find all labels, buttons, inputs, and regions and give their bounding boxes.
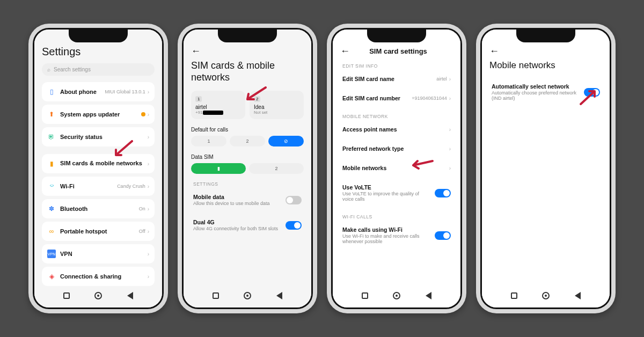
auto-network-toggle[interactable] xyxy=(584,88,600,97)
phone-icon: ▯ xyxy=(47,87,56,96)
label: Edit SIM card name xyxy=(342,76,432,82)
row-vpn[interactable]: VPN VPN › xyxy=(42,244,155,263)
sublabel: Allow this device to use mobile data xyxy=(193,201,281,206)
back-button[interactable]: ← xyxy=(489,46,602,57)
sim-name: Idea xyxy=(254,104,299,110)
hotspot-icon: ∞ xyxy=(47,227,56,236)
nav-recent[interactable] xyxy=(361,292,369,299)
default-calls-selector: 1 2 ⊘ xyxy=(191,136,304,146)
dual-4g-toggle[interactable] xyxy=(286,221,302,230)
vpn-icon: VPN xyxy=(47,250,56,258)
label: Connection & sharing xyxy=(60,273,143,280)
redacted-number: 00000 xyxy=(203,111,223,115)
nav-home[interactable] xyxy=(393,292,400,299)
nav-home[interactable] xyxy=(244,292,251,299)
nav-home[interactable] xyxy=(542,292,550,299)
chevron-right-icon: › xyxy=(449,127,451,133)
row-dual-4g[interactable]: Dual 4G Allow 4G connectivity for both S… xyxy=(191,214,304,236)
page-title: SIM cards & mobile networks xyxy=(191,60,304,83)
sim-index: 2 xyxy=(254,96,260,102)
sim2-tile[interactable]: 2 Idea Not set xyxy=(250,91,304,119)
phone-sim-networks: ← SIM cards & mobile networks 1 airtel +… xyxy=(178,24,317,313)
section-header: SETTINGS xyxy=(193,181,302,187)
nav-back[interactable] xyxy=(126,292,134,299)
bluetooth-icon: ✽ xyxy=(47,204,56,213)
sim-status: Not set xyxy=(254,110,299,115)
page-title: SIM card settings xyxy=(356,47,440,55)
row-apn[interactable]: Access point names › xyxy=(340,121,453,137)
row-edit-sim-number[interactable]: Edit SIM card number +919040631044› xyxy=(340,90,453,106)
label: Use VoLTE xyxy=(342,184,430,191)
label: Security status xyxy=(60,134,143,140)
row-security[interactable]: ⛨ Security status › xyxy=(42,127,155,146)
chevron-right-icon: › xyxy=(148,112,149,118)
row-hotspot[interactable]: ∞ Portable hotspot Off› xyxy=(42,222,155,241)
search-icon: ⌕ xyxy=(47,67,50,72)
phone-settings: Settings ⌕ Search settings ▯ About phone… xyxy=(28,24,168,313)
seg-data-sim2[interactable]: 2 xyxy=(249,163,304,174)
value: +919040631044 xyxy=(412,96,447,101)
section-data: Data SIM xyxy=(191,154,304,160)
chevron-right-icon: › xyxy=(148,229,149,235)
nav-recent[interactable] xyxy=(63,292,70,299)
android-navbar xyxy=(333,288,460,303)
phone-mobile-networks: ← Mobile networks Automatically select n… xyxy=(476,24,616,313)
label: System apps updater xyxy=(60,111,137,118)
nav-back[interactable] xyxy=(425,292,432,299)
row-edit-sim-name[interactable]: Edit SIM card name airtel› xyxy=(340,71,453,87)
wifi-calling-toggle[interactable] xyxy=(435,231,451,240)
sim-name: airtel xyxy=(195,104,241,110)
update-icon: ⬆ xyxy=(47,110,56,119)
row-volte[interactable]: Use VoLTE Use VoLTE to improve the quali… xyxy=(340,179,453,207)
row-wifi-calling[interactable]: Make calls using Wi-Fi Use Wi-Fi to make… xyxy=(340,222,453,249)
section-calls: Default for calls xyxy=(191,127,304,133)
row-system-updater[interactable]: ⬆ System apps updater › xyxy=(42,105,155,124)
row-preferred-network[interactable]: Preferred network type › xyxy=(340,141,453,157)
search-placeholder: Search settings xyxy=(54,67,91,72)
label: VPN xyxy=(60,251,143,257)
volte-toggle[interactable] xyxy=(435,189,451,197)
row-about-phone[interactable]: ▯ About phone MIUI Global 13.0.1› xyxy=(42,82,155,101)
value: Candy Crush xyxy=(117,184,145,189)
row-bluetooth[interactable]: ✽ Bluetooth On› xyxy=(42,199,155,218)
sublabel: Use Wi-Fi to make and receive calls when… xyxy=(342,233,430,244)
search-input[interactable]: ⌕ Search settings xyxy=(42,63,155,76)
sim1-tile[interactable]: 1 airtel +9100000 xyxy=(191,91,245,119)
chevron-right-icon: › xyxy=(449,76,451,82)
back-button[interactable]: ← xyxy=(191,46,304,57)
mobile-data-toggle[interactable] xyxy=(286,196,302,204)
seg-ask[interactable]: ⊘ xyxy=(268,136,304,146)
row-auto-select-network[interactable]: Automatically select network Automatical… xyxy=(489,78,602,106)
sublabel: Allow 4G connectivity for both SIM slots xyxy=(193,226,281,231)
seg-sim2[interactable]: 2 xyxy=(230,136,265,146)
notch xyxy=(69,30,128,42)
nav-back[interactable] xyxy=(574,292,581,299)
chevron-right-icon: › xyxy=(148,89,149,95)
wifi-icon: ⌔ xyxy=(47,182,56,191)
sim-number-prefix: +91 xyxy=(195,110,203,115)
chevron-right-icon: › xyxy=(148,161,149,167)
notch xyxy=(516,30,575,42)
row-sim-networks[interactable]: ▮ SIM cards & mobile networks › xyxy=(42,154,155,173)
chevron-right-icon: › xyxy=(148,251,149,257)
row-mobile-networks[interactable]: Mobile networks › xyxy=(340,160,453,176)
back-button[interactable]: ← xyxy=(340,46,350,57)
data-sim-selector: ▮ 2 xyxy=(191,163,304,174)
row-wifi[interactable]: ⌔ Wi-Fi Candy Crush› xyxy=(42,177,155,196)
label: Dual 4G xyxy=(193,219,281,225)
nav-recent[interactable] xyxy=(212,292,219,299)
label: Make calls using Wi-Fi xyxy=(342,226,430,233)
nav-home[interactable] xyxy=(94,292,102,299)
row-connection-sharing[interactable]: ◈ Connection & sharing › xyxy=(42,267,155,286)
section-header: WI-FI CALLS xyxy=(342,214,451,219)
seg-sim1[interactable]: 1 xyxy=(191,136,226,146)
chevron-right-icon: › xyxy=(148,134,149,140)
label: Access point names xyxy=(342,126,445,133)
nav-back[interactable] xyxy=(275,292,283,299)
label: Mobile networks xyxy=(342,165,445,171)
nav-recent[interactable] xyxy=(510,292,518,299)
page-title: Mobile networks xyxy=(489,60,602,71)
label: Portable hotspot xyxy=(60,228,135,235)
row-mobile-data[interactable]: Mobile data Allow this device to use mob… xyxy=(191,189,304,211)
seg-data-sim1[interactable]: ▮ xyxy=(191,163,246,174)
